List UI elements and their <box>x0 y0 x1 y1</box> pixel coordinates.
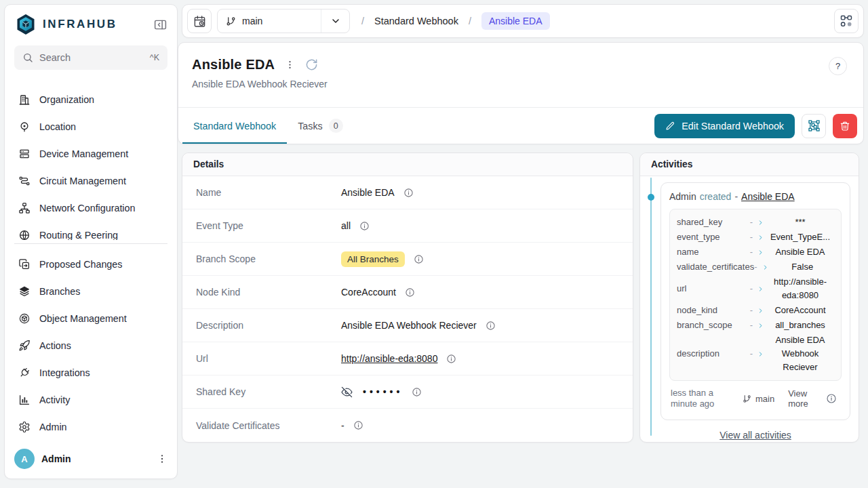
chevron-right-icon <box>757 235 764 241</box>
sidebar-item-integrations[interactable]: Integrations <box>12 359 170 386</box>
detail-row-node-kind: Node Kind CoreAccount <box>182 276 633 309</box>
info-icon[interactable] <box>446 354 456 364</box>
network-icon <box>18 202 31 214</box>
search-placeholder: Search <box>39 52 71 63</box>
logo-row: INFRAHUB <box>5 5 177 41</box>
sidebar-item-object-management[interactable]: Object Management <box>12 305 170 332</box>
timeline-line <box>650 178 652 436</box>
server-icon <box>18 148 31 160</box>
infrahub-logo-icon <box>16 14 36 35</box>
brand-name: INFRAHUB <box>43 18 153 31</box>
manage-groups-button[interactable] <box>802 114 826 138</box>
location-icon <box>18 121 31 133</box>
sidebar-collapse-icon[interactable] <box>153 18 167 32</box>
sidebar-item-actions[interactable]: Actions <box>12 332 170 359</box>
sidebar-item-admin[interactable]: Admin <box>12 413 170 441</box>
branch-scope-badge: All Branches <box>341 251 405 267</box>
sidebar-item-proposed-changes[interactable]: Proposed Changes <box>12 251 170 278</box>
schema-button[interactable] <box>834 9 859 33</box>
help-button[interactable]: ? <box>829 57 847 75</box>
tasks-count-badge: 0 <box>329 119 343 133</box>
sidebar-item-branches[interactable]: Branches <box>12 278 170 305</box>
activity-timestamp: less than a minute ago <box>671 388 736 410</box>
change-row: validate_certificates - False <box>677 260 834 274</box>
user-name: Admin <box>41 453 150 464</box>
tab-standard-webhook[interactable]: Standard Webhook <box>182 108 287 144</box>
change-row: url - http://ansible-eda:8080 <box>677 274 834 303</box>
detail-row-name: Name Ansible EDA <box>182 176 633 209</box>
info-icon[interactable] <box>826 393 837 404</box>
breadcrumb-current[interactable]: Ansible EDA <box>481 12 550 30</box>
sidebar-item-circuit-management[interactable]: Circuit Management <box>12 167 170 195</box>
user-kebab-icon[interactable] <box>157 453 167 464</box>
info-icon[interactable] <box>486 321 496 331</box>
eye-off-icon[interactable] <box>341 386 353 398</box>
info-icon[interactable] <box>405 287 415 298</box>
tab-tasks[interactable]: Tasks 0 <box>287 108 354 144</box>
sidebar: INFRAHUB Search ^K Organization Location… <box>4 4 178 479</box>
sidebar-item-organization[interactable]: Organization <box>12 86 170 113</box>
change-row: name - Ansible EDA <box>677 245 834 260</box>
breadcrumb-separator: / <box>469 16 471 26</box>
chevron-right-icon <box>757 351 764 357</box>
sidebar-item-network-configuration[interactable]: Network Configuration <box>12 195 170 222</box>
change-row: node_kind - CoreAccount <box>677 303 834 318</box>
search-icon <box>22 52 33 63</box>
plug-icon <box>18 367 31 379</box>
view-all-activities-link[interactable]: View all activities <box>719 430 791 441</box>
info-icon[interactable] <box>353 420 363 430</box>
user-menu[interactable]: A Admin <box>5 441 177 479</box>
page-title: Ansible EDA <box>192 57 275 73</box>
info-icon[interactable] <box>403 188 414 198</box>
edit-button[interactable]: Edit Standard Webhook <box>654 114 795 138</box>
activity-entry-title: Admin created - Ansible EDA <box>669 191 842 202</box>
chevron-right-icon <box>757 308 764 314</box>
info-icon[interactable] <box>412 387 422 397</box>
building-icon <box>18 94 31 106</box>
url-link[interactable]: http://ansible-eda:8080 <box>341 353 437 364</box>
page-subtitle: Ansible EDA Webhook Reciever <box>192 79 847 89</box>
branch-selector[interactable]: main <box>217 9 350 33</box>
shared-key-masked: •••••• <box>363 386 403 397</box>
detail-row-event-type: Event Type all <box>182 209 633 243</box>
chevron-right-icon <box>757 249 764 256</box>
pencil-icon <box>665 121 675 131</box>
rocket-icon <box>18 340 31 352</box>
route-icon <box>18 175 31 187</box>
bar-chart-icon <box>18 394 31 406</box>
info-icon[interactable] <box>359 221 370 231</box>
chevron-right-icon <box>757 220 764 226</box>
search-shortcut: ^K <box>150 53 159 62</box>
activity-object-link[interactable]: Ansible EDA <box>741 191 795 202</box>
activities-title: Activities <box>640 153 859 176</box>
delete-button[interactable] <box>833 114 857 138</box>
title-kebab-icon[interactable] <box>285 60 295 70</box>
time-travel-button[interactable] <box>187 9 212 33</box>
sidebar-item-activity[interactable]: Activity <box>12 386 170 413</box>
details-title: Details <box>182 153 633 176</box>
detail-row-shared-key: Shared Key •••••• <box>182 375 633 409</box>
chevron-right-icon <box>757 323 764 329</box>
topbar: main / Standard Webhook / Ansible EDA <box>182 4 864 38</box>
refresh-icon[interactable] <box>305 58 318 71</box>
breadcrumb-section[interactable]: Standard Webhook <box>374 16 458 26</box>
change-row: shared_key - *** <box>677 215 834 230</box>
gear-icon <box>18 421 31 433</box>
branch-name: main <box>242 16 262 26</box>
chevron-right-icon <box>762 264 768 270</box>
object-header: Ansible EDA Ansible EDA Webhook Reciever… <box>178 42 864 144</box>
branch-dropdown-toggle[interactable] <box>321 9 349 33</box>
activity-branch: main <box>743 394 774 404</box>
sidebar-item-device-management[interactable]: Device Management <box>12 140 170 167</box>
change-row: branch_scope - all_branches <box>677 318 834 333</box>
tab-bar: Standard Webhook Tasks 0 Edit Standard W… <box>178 108 863 144</box>
detail-row-validate-certificates: Validate Certificates - <box>182 409 633 442</box>
sidebar-item-location[interactable]: Location <box>12 113 170 140</box>
search-input[interactable]: Search ^K <box>14 45 167 70</box>
info-icon[interactable] <box>414 254 424 264</box>
view-more-link[interactable]: View more <box>788 388 819 409</box>
detail-row-url: Url http://ansible-eda:8080 <box>182 342 633 375</box>
cube-icon <box>18 312 31 325</box>
sidebar-item-routing-peering[interactable]: Routing & Peering <box>12 222 170 240</box>
schema-icon <box>840 14 853 28</box>
